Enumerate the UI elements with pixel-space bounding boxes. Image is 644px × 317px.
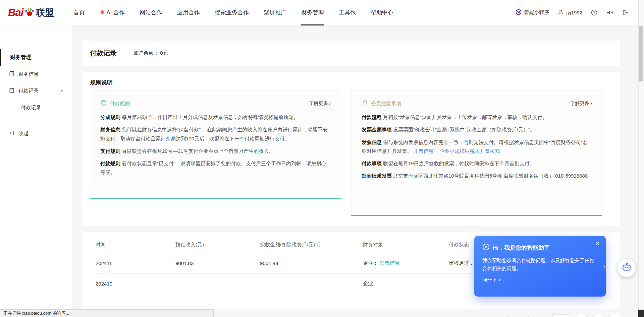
assistant-robot-button[interactable] [617,258,636,277]
sidebar-collapse-button[interactable]: 收起 [0,126,72,141]
sidebar-divider [0,120,72,120]
col-actual-amount: 实收金额(扣除税费后/元) ? [260,237,363,253]
payment-rules-title: 付款规则 [110,101,130,107]
chevron-up-icon [60,89,64,93]
rule-item: 财务信息您可以在财务信息中选择“保留付款”。 在此期间您产生的收入将在账户内进行… [100,125,331,143]
user-icon [558,9,564,16]
rule-item: 付款规则若付款状态显示“已支付”，说明联盟已安排了您的付款。支付后三个工作日内到… [100,159,331,177]
col-finance-target: 财务对象 [363,237,449,253]
close-icon[interactable]: ✕ [595,241,600,247]
rule-item: 发票信息需与系统内发票信息内容完全一致，否则无法支付。请根据发票信息页面中“百度… [362,138,592,156]
screen: Bai 联盟 首页 AI 合作 网站合作 应用合作 [0,0,644,317]
payment-rules-more-link[interactable]: 了解更多 › [309,101,331,107]
rule-item: 支付规则百度联盟会在每月20号—31号支付企业会员上个自然月产生的收入。 [100,147,331,155]
sidebar: 财务管理 财务信息 付款记录 付款记录 收起 [0,25,72,317]
flame-icon [100,9,105,16]
rules-panels: 付款规则 了解更多 › 分成规则每月第3或4个工作日产出上月分成信息及发票信息，… [90,90,612,216]
nav-item-screen-promo[interactable]: 聚屏推广 [264,0,286,25]
top-nav: Bai 联盟 首页 AI 合作 网站合作 应用合作 [0,0,638,25]
cell-target: 企业 [363,273,449,294]
assistant-header: Hi，我是您的智能助手 [482,243,598,252]
sidebar-item-payment-records[interactable]: 付款记录 [0,82,72,99]
speaker-icon[interactable] [606,9,613,16]
logo-text-bai: Bai [8,7,23,19]
nav-item-website-coop[interactable]: 网站合作 [140,0,162,25]
cell-target: 企业： 发票信息 [363,253,449,273]
sidebar-item-finance-info[interactable]: 财务信息 [0,66,72,82]
member-notes-more-link[interactable]: 了解更多 › [571,101,592,107]
nav-item-help-center[interactable]: 帮助中心 [371,0,393,25]
invoice-info-link[interactable]: 开票信息 [413,148,433,154]
balance-value: 0元 [160,50,168,56]
nav-item-search-coop[interactable]: 搜索业务合作 [215,0,249,25]
invoice-info-table-link[interactable]: 发票信息 [379,260,399,266]
assistant-popup: Hi，我是您的智能助手 ✕ 我会帮助您诊断合作链路问题，以及解答您关于任何合作相… [474,236,606,297]
top-nav-right: 智能小程序 jyj1992 ? [516,9,628,16]
page-number-button[interactable]: 1 [577,314,587,317]
page-title: 付款记录 [90,49,117,58]
finance-info-icon [9,71,15,78]
cell-actual: -- [260,273,363,294]
payment-rules-head: 付款规则 了解更多 › [100,100,331,108]
svg-text:?: ? [318,243,320,246]
svg-text:?: ? [593,11,595,14]
compass-icon [482,243,490,252]
logo-text-union: 联盟 [36,7,54,19]
cell-time: 202411 [96,253,175,273]
rules-title: 规则说明 [90,79,612,86]
baidu-union-logo[interactable]: Bai 联盟 [8,7,54,19]
column-help-icon[interactable]: ? [317,242,322,248]
rule-item: 分成规则每月第3或4个工作日产出上月分成信息及发票信息，如有特殊情况将提前通知。 [100,113,331,122]
cell-estimated: 9001.83 [175,253,260,273]
nav-item-home[interactable]: 首页 [73,0,85,25]
payment-rules-icon [100,100,107,108]
nav-item-app-coop[interactable]: 应用合作 [177,0,200,25]
small-taxpayer-notice-link[interactable]: 企业小规模纳税人开票须知 [439,148,500,154]
assistant-ask-link[interactable]: 问一下 > [482,277,598,283]
nav-item-toolkit[interactable]: 工具包 [339,0,356,25]
cell-actual: 9001.83 [260,253,363,273]
rule-item: 邮寄纸质发票北京市海淀区西北旺东路10号院百度科技园5号楼 百度联盟财务组（收）… [362,172,592,180]
username: jyj1992 [566,10,582,15]
member-notes-icon [362,100,368,108]
rules-card: 规则说明 付款规则 了解更多 › 分成规则每月第3或4个工作日产出上月分成信息及… [82,72,620,226]
rule-item: 发票金额事项发票票面“价税合计”金额=系统中“实收金额（扣除税费后/元）”。 [362,125,592,134]
scrollbar-corner [638,310,644,317]
scrollbar[interactable] [638,0,644,317]
assistant-message: 我会帮助您诊断合作链路问题，以及解答您关于任何合作相关的问题。 [482,257,595,273]
next-page-button[interactable]: › [610,314,620,317]
sidebar-subitem-payment-records[interactable]: 付款记录 [0,99,72,116]
user-account[interactable]: jyj1992 [558,9,582,16]
nav-item-ai-coop[interactable]: AI 合作 [100,0,125,25]
payment-rules-panel: 付款规则 了解更多 › 分成规则每月第3或4个工作日产出上月分成信息及发票信息，… [90,90,341,199]
logout-icon[interactable] [622,10,628,16]
payment-record-icon [9,87,15,94]
assistant-collapse-chevron[interactable]: › [603,263,605,270]
member-notes-panel: 会员注意事项 了解更多 › 付款流程月初按“发票信息”页面开具发票→上传发票→邮… [351,90,602,216]
main-nav: 首页 AI 合作 网站合作 应用合作 搜索业务合作 聚屏推广 财务管理 工具包 … [73,0,393,25]
col-estimated-income: 预估收入(元) [175,237,260,253]
chevron-right-icon: › [590,101,592,106]
member-notes-title: 会员注意事项 [371,101,401,107]
page-header-card: 付款记录 账户余额： 0元 [82,41,620,66]
sidebar-item-finance-management[interactable]: 财务管理 [0,49,72,66]
mini-program-icon [516,9,522,16]
prev-page-button[interactable]: ‹ [593,314,603,317]
scrollbar-thumb[interactable] [639,26,643,81]
paw-icon [24,7,35,19]
rule-item: 付款事项联盟在每月19日之后签收的发票，付款时间安排在下个月首批支付。 [362,159,592,168]
assistant-title: Hi，我是您的智能助手 [493,244,550,252]
robot-icon [621,262,632,274]
collapse-icon [9,130,15,137]
nav-item-finance[interactable]: 财务管理 [301,0,324,25]
member-notes-head: 会员注意事项 了解更多 › [362,100,592,108]
per-page-select[interactable]: 30 ∨ [552,314,570,317]
balance-label: 账户余额： [133,50,159,56]
mini-program-link[interactable]: 智能小程序 [516,9,549,16]
account-balance: 账户余额： 0元 [133,50,168,56]
rule-item: 付款流程月初按“发票信息”页面开具发票→上传发票→邮寄发票→审核→确认支付。 [362,113,592,122]
help-icon[interactable]: ? [591,9,597,16]
chevron-right-icon: › [329,101,331,106]
col-time: 时间 [96,237,175,253]
cell-time: 202410 [96,273,175,294]
